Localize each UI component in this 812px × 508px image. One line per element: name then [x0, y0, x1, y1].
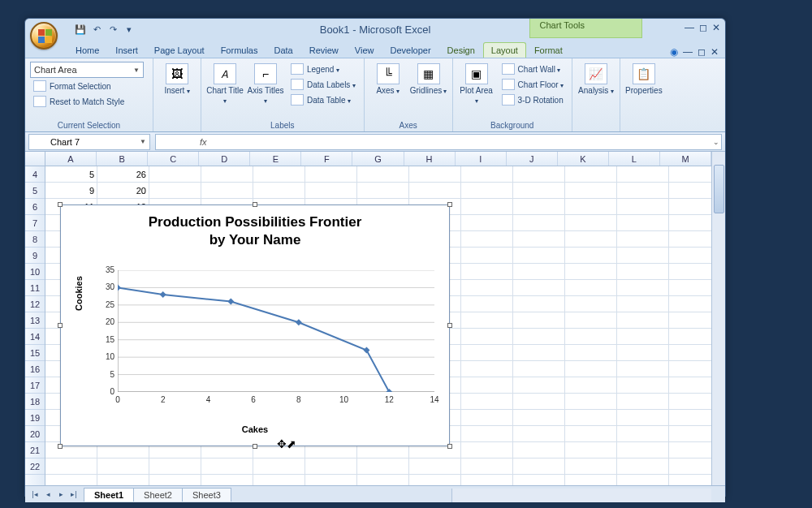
- minimize-icon[interactable]: —: [685, 22, 694, 33]
- data-labels-button[interactable]: Data Labels: [287, 77, 359, 92]
- column-header[interactable]: E: [250, 152, 301, 166]
- cell-value[interactable]: 26: [97, 166, 149, 183]
- cell-value[interactable]: 9: [45, 183, 97, 199]
- tab-format[interactable]: Format: [526, 42, 571, 58]
- tab-home[interactable]: Home: [67, 42, 107, 58]
- cell-value[interactable]: 20: [97, 183, 149, 199]
- row-header[interactable]: 17: [25, 377, 45, 394]
- chart-plot-area[interactable]: [118, 270, 434, 392]
- first-sheet-icon[interactable]: |◂: [28, 490, 41, 498]
- column-header[interactable]: G: [352, 152, 404, 166]
- analysis-button[interactable]: 📈Analysis: [577, 62, 615, 97]
- column-header[interactable]: A: [45, 152, 97, 166]
- chart-element-selector[interactable]: Chart Area ▼: [30, 62, 144, 78]
- chart-title-text[interactable]: Production Possibilities Frontier by You…: [61, 205, 449, 254]
- row-header[interactable]: 13: [25, 312, 45, 329]
- tab-formulas[interactable]: Formulas: [213, 42, 266, 58]
- horizontal-scrollbar[interactable]: [451, 489, 711, 502]
- resize-handle[interactable]: [58, 202, 63, 207]
- resize-handle[interactable]: [58, 323, 63, 328]
- properties-button[interactable]: 📋Properties: [625, 62, 663, 97]
- resize-handle[interactable]: [253, 202, 257, 207]
- format-selection-button[interactable]: Format Selection: [30, 79, 148, 93]
- chart-title-button[interactable]: 𝘈 Chart Title: [206, 62, 244, 107]
- resize-handle[interactable]: [447, 323, 452, 328]
- axis-titles-button[interactable]: ⌐ Axis Titles: [247, 62, 284, 107]
- reset-match-style-button[interactable]: Reset to Match Style: [30, 94, 148, 109]
- row-header[interactable]: 20: [25, 426, 45, 442]
- tab-design[interactable]: Design: [439, 42, 483, 58]
- sheet-tab-sheet2[interactable]: Sheet2: [133, 488, 183, 502]
- row-header[interactable]: 14: [25, 329, 45, 345]
- column-header[interactable]: J: [507, 152, 558, 166]
- x-axis-label[interactable]: Cakes: [61, 424, 449, 434]
- row-header[interactable]: 22: [25, 458, 45, 475]
- column-header[interactable]: F: [301, 152, 352, 166]
- y-axis-label[interactable]: Cookies: [74, 276, 84, 311]
- tab-layout[interactable]: Layout: [483, 42, 526, 58]
- resize-handle[interactable]: [447, 444, 452, 449]
- plot-area-button[interactable]: ▣Plot Area: [458, 62, 495, 107]
- row-header[interactable]: 15: [25, 345, 45, 361]
- row-header[interactable]: 6: [25, 199, 45, 215]
- name-box[interactable]: Chart 7 ▼: [28, 134, 150, 150]
- row-header[interactable]: 19: [25, 410, 45, 426]
- next-sheet-icon[interactable]: ▸: [54, 490, 67, 498]
- row-header[interactable]: 7: [25, 215, 45, 231]
- column-header[interactable]: B: [97, 152, 148, 166]
- column-header[interactable]: C: [148, 152, 199, 166]
- resize-handle[interactable]: [58, 444, 63, 449]
- qat-customize-icon[interactable]: ▾: [123, 23, 136, 36]
- axes-button[interactable]: ╚Axes: [369, 62, 407, 97]
- select-all-cells[interactable]: [25, 152, 45, 166]
- row-header[interactable]: 10: [25, 264, 45, 280]
- embedded-chart[interactable]: Production Possibilities Frontier by You…: [60, 204, 450, 446]
- row-header[interactable]: 16: [25, 361, 45, 377]
- tab-data[interactable]: Data: [266, 42, 300, 58]
- rotation-button[interactable]: 3-D Rotation: [499, 93, 567, 107]
- sheet-tab-sheet3[interactable]: Sheet3: [182, 488, 231, 502]
- fx-icon[interactable]: fx: [200, 137, 207, 147]
- gridlines-button[interactable]: ▦Gridlines: [410, 62, 447, 97]
- doc-minimize-icon[interactable]: —: [683, 46, 693, 58]
- column-header[interactable]: D: [199, 152, 250, 166]
- data-table-button[interactable]: Data Table: [287, 93, 359, 107]
- column-header[interactable]: K: [558, 152, 609, 166]
- row-header[interactable]: 12: [25, 296, 45, 312]
- last-sheet-icon[interactable]: ▸|: [67, 490, 80, 498]
- prev-sheet-icon[interactable]: ◂: [41, 490, 54, 498]
- column-header[interactable]: M: [660, 152, 711, 166]
- tab-developer[interactable]: Developer: [382, 42, 438, 58]
- doc-restore-icon[interactable]: ◻: [698, 46, 706, 58]
- doc-close-icon[interactable]: ✕: [710, 46, 719, 58]
- row-header[interactable]: 8: [25, 231, 45, 248]
- formula-bar[interactable]: fx ⌄: [155, 134, 722, 150]
- undo-icon[interactable]: ↶: [90, 23, 103, 36]
- column-header[interactable]: H: [404, 152, 456, 166]
- column-header[interactable]: L: [609, 152, 660, 166]
- chart-floor-button[interactable]: Chart Floor: [499, 77, 567, 92]
- cell-value[interactable]: 5: [45, 166, 97, 183]
- legend-button[interactable]: Legend: [287, 62, 359, 76]
- column-header[interactable]: I: [456, 152, 507, 166]
- tab-view[interactable]: View: [347, 42, 382, 58]
- insert-button[interactable]: 🖼 Insert: [158, 62, 196, 97]
- help-icon[interactable]: ◉: [670, 46, 678, 58]
- office-button[interactable]: [30, 22, 58, 50]
- tab-insert[interactable]: Insert: [107, 42, 146, 58]
- vertical-scrollbar[interactable]: [711, 152, 725, 485]
- row-header[interactable]: 21: [25, 442, 45, 458]
- row-header[interactable]: 11: [25, 280, 45, 296]
- maximize-icon[interactable]: ◻: [699, 22, 707, 33]
- sheet-tab-sheet1[interactable]: Sheet1: [84, 488, 134, 502]
- redo-icon[interactable]: ↷: [106, 23, 119, 36]
- tab-page-layout[interactable]: Page Layout: [146, 42, 213, 58]
- save-icon[interactable]: 💾: [74, 23, 87, 36]
- scrollbar-thumb[interactable]: [714, 165, 724, 213]
- row-header[interactable]: 4: [25, 166, 45, 183]
- chart-wall-button[interactable]: Chart Wall: [499, 62, 567, 76]
- resize-handle[interactable]: [447, 202, 452, 207]
- close-icon[interactable]: ✕: [712, 22, 720, 33]
- row-header[interactable]: 18: [25, 394, 45, 410]
- expand-formula-bar-icon[interactable]: ⌄: [713, 138, 719, 146]
